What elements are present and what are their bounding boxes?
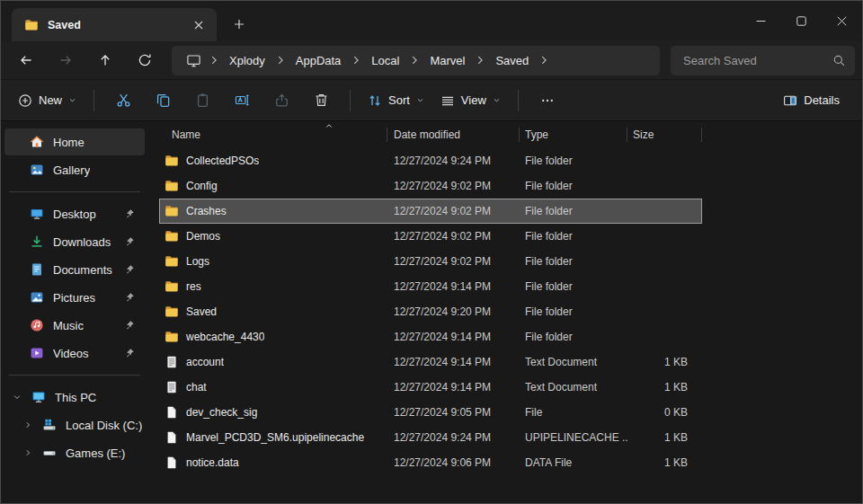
chevron-right-icon[interactable] (21, 418, 35, 432)
file-row[interactable]: Logs12/27/2024 9:02 PMFile folder (159, 249, 702, 274)
file-row[interactable]: Config12/27/2024 9:02 PMFile folder (159, 173, 702, 199)
file-name: Demos (186, 230, 220, 243)
tab-strip: Saved (1, 1, 253, 41)
tab-close-button[interactable] (188, 14, 209, 36)
breadcrumb-segment[interactable]: Xplody (223, 54, 271, 67)
chevron-right-icon[interactable] (474, 54, 486, 66)
up-button[interactable] (85, 44, 125, 76)
file-name: webcache_4430 (186, 331, 264, 343)
file-type: File (520, 406, 627, 419)
arrow-right-icon (58, 53, 73, 67)
sidebar-item-home[interactable]: Home (4, 128, 145, 155)
chevron-right-icon[interactable] (21, 446, 35, 460)
file-area: Name Date modified Type Size CollectedPS… (148, 121, 862, 503)
breadcrumb-segment[interactable]: Local (365, 54, 405, 67)
sidebar-item-local-disk-c[interactable]: Local Disk (C:) (4, 411, 145, 438)
sidebar-item-gallery[interactable]: Gallery (4, 156, 145, 183)
file-row[interactable]: dev_check_sig12/27/2024 9:05 PMFile0 KB (159, 400, 702, 425)
file-date-modified: 12/27/2024 9:02 PM (387, 180, 520, 192)
file-row[interactable]: Demos12/27/2024 9:02 PMFile folder (159, 224, 702, 249)
sidebar-item-documents[interactable]: Documents (4, 256, 145, 283)
close-window-button[interactable] (822, 1, 862, 41)
rename-button[interactable] (222, 85, 262, 116)
file-name: notice.data (186, 456, 239, 469)
view-button[interactable]: View (432, 85, 509, 116)
this-pc-icon[interactable] (186, 53, 201, 68)
sidebar-item-games-e[interactable]: Games (E:) (4, 439, 145, 466)
breadcrumb-segment[interactable]: Saved (489, 54, 535, 67)
details-pane-button[interactable]: Details (775, 85, 848, 116)
breadcrumb-segment[interactable]: Marvel (423, 54, 471, 67)
file-row[interactable]: account12/27/2024 9:14 PMText Document1 … (159, 349, 702, 375)
column-header-name[interactable]: Name (159, 123, 387, 146)
chevron-down-icon (493, 96, 501, 104)
file-row[interactable]: Saved12/27/2024 9:20 PMFile folder (159, 299, 702, 324)
column-header-type[interactable]: Type (520, 123, 627, 146)
file-date-modified: 12/27/2024 9:02 PM (387, 230, 520, 243)
file-type: Text Document (520, 381, 627, 393)
title-bar: Saved (1, 1, 862, 41)
delete-button[interactable] (301, 85, 341, 116)
file-type: File folder (520, 230, 627, 243)
folder-icon (165, 229, 179, 243)
more-options-button[interactable] (528, 85, 567, 116)
search-input[interactable] (683, 54, 832, 67)
toolbar-divider (518, 90, 519, 111)
chevron-right-icon[interactable] (538, 54, 550, 66)
cut-button[interactable] (103, 85, 143, 116)
column-headers: Name Date modified Type Size (159, 123, 702, 146)
file-name: chat (186, 381, 207, 393)
file-type: File folder (520, 305, 627, 318)
file-row[interactable]: notice.data12/27/2024 9:06 PMDATA File1 … (159, 450, 702, 475)
maximize-button[interactable] (781, 1, 822, 41)
sidebar-item-music[interactable]: Music (4, 312, 145, 339)
chevron-right-icon[interactable] (208, 54, 220, 66)
share-button[interactable] (262, 85, 301, 116)
file-row[interactable]: res12/27/2024 9:14 PMFile folder (159, 274, 702, 299)
this-pc-icon (31, 390, 46, 404)
sidebar-item-label: Music (53, 319, 84, 332)
column-header-date-modified[interactable]: Date modified (387, 123, 520, 146)
sidebar-item-label: Gallery (53, 164, 90, 177)
sidebar-item-label: Documents (53, 263, 112, 277)
sidebar-item-label: Home (53, 136, 85, 149)
file-rows: CollectedPSOs12/27/2024 9:24 PMFile fold… (159, 148, 862, 475)
sidebar-item-desktop[interactable]: Desktop (4, 200, 145, 227)
file-row[interactable]: Marvel_PCD3D_SM6.upipelinecache12/27/202… (159, 425, 702, 450)
refresh-button[interactable] (125, 44, 165, 76)
chevron-down-icon[interactable] (10, 390, 24, 404)
search-box[interactable] (671, 46, 855, 75)
chevron-right-icon[interactable] (350, 54, 362, 66)
copy-button[interactable] (143, 85, 182, 116)
folder-icon (165, 179, 179, 193)
chevron-right-icon[interactable] (274, 54, 287, 66)
sidebar-item-label: Videos (53, 347, 89, 360)
sidebar-item-videos[interactable]: Videos (4, 340, 145, 367)
file-row[interactable]: webcache_443012/27/2024 9:14 PMFile fold… (159, 324, 702, 349)
text-document-icon (165, 355, 179, 369)
forward-button[interactable] (46, 44, 85, 76)
maximize-icon (796, 16, 806, 26)
sidebar-item-this-pc[interactable]: This PC (4, 384, 145, 411)
sidebar-item-pictures[interactable]: Pictures (4, 284, 145, 311)
minimize-button[interactable] (741, 1, 781, 41)
new-button[interactable]: New (10, 85, 85, 116)
pin-icon (124, 320, 135, 331)
file-row[interactable]: chat12/27/2024 9:14 PMText Document1 KB (159, 375, 702, 400)
new-tab-button[interactable] (226, 11, 253, 38)
file-type: File folder (520, 155, 627, 167)
folder-icon (165, 204, 179, 218)
breadcrumb-segment[interactable]: AppData (289, 54, 348, 67)
pin-icon (124, 208, 135, 219)
folder-icon (165, 154, 179, 168)
search-icon (832, 54, 846, 67)
sidebar-item-downloads[interactable]: Downloads (4, 228, 145, 255)
sort-button[interactable]: Sort (360, 85, 432, 116)
file-row[interactable]: Crashes12/27/2024 9:02 PMFile folder (159, 199, 702, 224)
column-header-size[interactable]: Size (627, 123, 702, 146)
file-row[interactable]: CollectedPSOs12/27/2024 9:24 PMFile fold… (159, 148, 702, 173)
paste-button[interactable] (182, 85, 222, 116)
back-button[interactable] (6, 44, 46, 76)
tab-saved[interactable]: Saved (12, 8, 217, 41)
chevron-right-icon[interactable] (408, 54, 421, 66)
